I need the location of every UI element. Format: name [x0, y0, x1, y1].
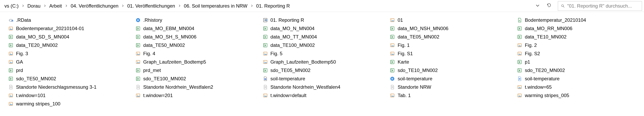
file-item[interactable]: Xp1 — [517, 58, 636, 66]
svg-text:X: X — [392, 61, 393, 63]
svg-text:X: X — [519, 36, 520, 39]
file-item[interactable]: Standorte Nordrhein_Westfalen2 — [135, 83, 254, 91]
chevron-right-icon[interactable] — [19, 4, 27, 8]
png-file-icon — [517, 93, 522, 98]
file-label: prd — [16, 67, 23, 73]
file-item[interactable]: Fig. S2 — [517, 50, 636, 58]
file-item[interactable]: Xdata_TE50_MN002 — [135, 41, 254, 50]
breadcrumb-segment[interactable]: Arbeit — [49, 2, 62, 9]
file-item[interactable]: Rsoil-temperature — [517, 74, 636, 83]
chevron-right-icon[interactable] — [41, 4, 49, 8]
file-item[interactable]: t.window=65 — [517, 83, 636, 91]
file-label: Graph_Laufzeiten_Bodtemp50 — [270, 59, 336, 65]
png-file-icon — [517, 84, 522, 90]
file-item[interactable]: Fig. S1 — [390, 50, 509, 58]
file-item[interactable]: soil-temperature — [262, 74, 382, 83]
file-label: data_TE100_MN002 — [270, 43, 315, 48]
file-item[interactable]: Xdata_MO_RR_MN006 — [517, 24, 636, 33]
file-item[interactable]: Xdata_MO_N_MN004 — [262, 24, 382, 33]
file-item[interactable]: Fig. 2 — [517, 41, 636, 50]
chevron-right-icon[interactable] — [62, 4, 70, 8]
chevron-right-icon[interactable] — [176, 4, 184, 8]
file-label: Fig. 2 — [525, 43, 537, 48]
file-item[interactable]: Graph_Laufzeiten_Bodtemp50 — [262, 58, 382, 66]
file-item[interactable]: GA — [8, 58, 127, 66]
file-label: Graph_Laufzeiten_Bodtemp5 — [143, 59, 206, 65]
file-item[interactable]: Xdata_TE20_MN002 — [8, 41, 127, 50]
file-item[interactable]: Fig. 5 — [262, 50, 382, 58]
file-label: data_MO_RR_MN006 — [525, 26, 572, 31]
file-item[interactable]: Xdata_MO_SD_S_MN004 — [8, 33, 127, 41]
xlsx-file-icon: X — [262, 43, 268, 48]
breadcrumb-segment[interactable]: 06. Soil temperatures in NRW — [184, 2, 248, 9]
breadcrumb[interactable]: vs (C:)DorauArbeit04. Veröffentlichungen… — [2, 2, 532, 9]
file-item[interactable]: a,Bodentemperatur_20210104 — [517, 16, 636, 24]
history-dropdown-icon[interactable] — [532, 4, 543, 8]
xlsx-file-icon: X — [517, 67, 522, 73]
file-item[interactable]: t.window=201 — [135, 91, 254, 100]
chevron-right-icon[interactable] — [248, 4, 256, 8]
file-item[interactable]: Graph_Laufzeiten_Bodtemp5 — [135, 58, 254, 66]
file-item[interactable]: t.window=default — [262, 91, 382, 100]
file-item[interactable]: Xprd — [8, 66, 127, 74]
file-item[interactable]: XKarte — [390, 58, 509, 66]
file-item[interactable]: Xsdo_TE50_MN002 — [8, 74, 127, 83]
file-item[interactable]: R01. Reporting R — [262, 16, 382, 24]
search-input[interactable] — [567, 3, 639, 9]
file-column: R01. Reporting RXdata_MO_N_MN004Xdata_MO… — [262, 16, 382, 108]
file-item[interactable]: Tab. 1 — [390, 91, 509, 100]
file-item[interactable]: Xsdo_TE100_MN002 — [135, 74, 254, 83]
txt-file-icon — [262, 84, 268, 90]
breadcrumb-segment[interactable]: 04. Veröffentlichungen — [70, 2, 119, 9]
search-box[interactable] — [558, 1, 642, 11]
png-file-icon — [135, 59, 141, 65]
file-item[interactable]: Xprd_met — [135, 66, 254, 74]
file-item[interactable]: Fig. 1 — [390, 41, 509, 50]
file-item[interactable]: Standorte Nordrhein_Westfalen4 — [262, 83, 382, 91]
svg-text:X: X — [392, 69, 393, 72]
file-item[interactable]: t.window=101 — [8, 91, 127, 100]
png-file-icon — [390, 93, 395, 98]
file-item[interactable]: R.Rhistory — [135, 16, 254, 24]
file-column: R.RDataBodentemperatur_20210104-01Xdata_… — [8, 16, 127, 108]
file-item[interactable]: Xdata_MO_NSH_MN006 — [390, 24, 509, 33]
file-item[interactable]: Xdata_TE100_MN002 — [262, 41, 382, 50]
svg-line-1 — [564, 6, 564, 7]
file-item[interactable]: warming stripes_100 — [8, 100, 127, 108]
file-item[interactable]: Fig. 3 — [8, 50, 127, 58]
file-item[interactable]: Xdata_MO_SH_S_MN006 — [135, 33, 254, 41]
file-item[interactable]: warming stripes_005 — [517, 91, 636, 100]
breadcrumb-segment[interactable]: 01. Veröffentlichungen — [127, 2, 175, 9]
file-label: data_MO_SD_S_MN004 — [16, 34, 69, 40]
file-item[interactable]: Xsdo_TE05_MN002 — [262, 66, 382, 74]
svg-text:X: X — [137, 44, 139, 47]
svg-text:X: X — [10, 36, 12, 39]
file-item[interactable]: Xsdo_TE20_MN002 — [517, 66, 636, 74]
breadcrumb-segment[interactable]: 01. Reporting R — [256, 2, 290, 9]
file-label: Bodentemperatur_20210104 — [525, 17, 586, 23]
file-item[interactable]: Standorte Niederschlagsmessung 3-1 — [8, 83, 127, 91]
file-item[interactable]: Xdata_MO_EBM_MN004 — [135, 24, 254, 33]
file-item[interactable]: Xdata_TE10_MN002 — [517, 33, 636, 41]
file-item[interactable]: Bodentemperatur_20210104-01 — [8, 24, 127, 33]
file-item[interactable]: Rsoil-temperature — [390, 74, 509, 83]
file-item[interactable]: Fig. 4 — [135, 50, 254, 58]
file-item[interactable]: 01 — [390, 16, 509, 24]
file-item[interactable]: R.RData — [8, 16, 127, 24]
file-label: soil-temperature — [270, 76, 305, 81]
file-label: data_MO_EBM_MN004 — [143, 26, 194, 31]
file-label: Fig. 5 — [270, 51, 282, 57]
breadcrumb-segment[interactable]: Dorau — [27, 2, 41, 9]
refresh-icon[interactable] — [543, 3, 555, 9]
svg-text:X: X — [392, 27, 393, 30]
file-item[interactable]: Xdata_TE05_MN002 — [390, 33, 509, 41]
svg-point-116 — [518, 53, 519, 54]
xlsx-file-icon: X — [135, 76, 141, 81]
file-item[interactable]: Standorte NRW — [390, 83, 509, 91]
file-item[interactable]: Xsdo_TE10_MN002 — [390, 66, 509, 74]
file-item[interactable]: Xdata_MO_TT_MN004 — [262, 33, 382, 41]
svg-point-16 — [10, 61, 10, 62]
chevron-right-icon[interactable] — [119, 4, 127, 8]
breadcrumb-segment[interactable]: vs (C:) — [4, 2, 19, 9]
xlsx-file-icon: X — [390, 26, 395, 31]
